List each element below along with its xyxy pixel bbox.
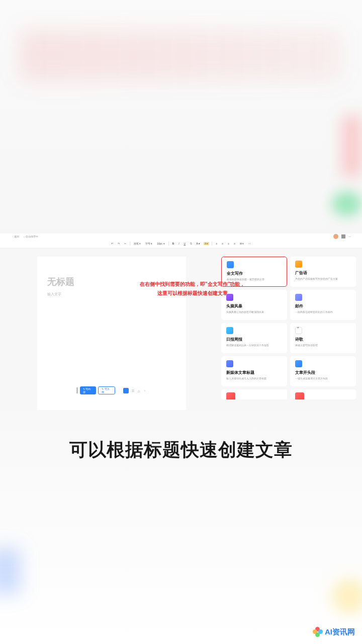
template-desc: 头脑风暴让你的创意不断涌现出来: [226, 310, 282, 314]
template-desc: 输入关键词生成引人入胜的文章标题: [226, 377, 282, 380]
template-icon: [226, 360, 233, 367]
template-card-7[interactable]: 文章开头段 一键生成该篇博文文章开头段: [290, 356, 356, 386]
top-bar: 〈 返回 ⌂ 自动保存中 —: [0, 233, 362, 239]
template-card-1[interactable]: 广告语 为您的产品或服务写作创意的广告文案: [290, 257, 356, 287]
align-left-button[interactable]: ≡: [215, 242, 218, 245]
avatar[interactable]: [333, 234, 338, 239]
font-select[interactable]: 字号 ▾: [144, 242, 153, 245]
template-title: 文章开头段: [295, 370, 351, 375]
template-card-3[interactable]: 邮件 一段商务信函帮您简化的工作邮件: [290, 290, 356, 320]
template-icon: [295, 294, 302, 301]
main-area: 无标题 输入文字 ✎ 写内容 ✎ 写大纲 ☰ △ › 在右侧中找到需要的功能，即…: [0, 249, 362, 411]
italic-button[interactable]: I: [177, 242, 180, 245]
option-1-button[interactable]: ☰: [131, 388, 135, 392]
toolbar: ↶ ↷ ✂ 画笔 ▾ 字号 ▾ 16px ▾ B I U S A ▾ A ▾ ≡…: [0, 239, 362, 249]
template-desc: 一键生成该篇博文文章开头段: [295, 377, 351, 380]
write-outline-button[interactable]: ✎ 写大纲: [98, 386, 115, 394]
video-caption: 可以根据标题快速创建文章: [0, 438, 362, 462]
strike-button[interactable]: S: [189, 242, 193, 245]
template-desc: 为您的产品或服务写作创意的广告文案: [295, 277, 351, 281]
template-title: 邮件: [295, 303, 351, 309]
template-card-partial[interactable]: [221, 389, 287, 399]
template-icon: [226, 327, 233, 334]
option-2-button[interactable]: △: [137, 388, 141, 392]
template-title: 全文写作: [227, 271, 282, 276]
template-title: 诗歌: [295, 337, 351, 342]
template-icon: [227, 261, 234, 268]
bold-button[interactable]: B: [171, 242, 175, 245]
template-icon: [295, 392, 304, 399]
template-title: 头脑风暴: [226, 303, 282, 309]
template-title: 日报周报: [226, 337, 282, 342]
tutorial-annotation: 在右侧中找到需要的功能，即"全文写作"功能， 这里可以根据标题快速创建文章: [140, 280, 245, 298]
template-icon: [295, 261, 302, 268]
write-content-button[interactable]: ✎ 写内容: [80, 386, 96, 394]
doc-action-bar: ✎ 写内容 ✎ 写大纲 ☰ △ ›: [74, 385, 149, 396]
template-icon: [295, 327, 302, 334]
paragraph-select[interactable]: 画笔 ▾: [133, 242, 142, 245]
template-card-partial[interactable]: [290, 389, 356, 399]
format-paint-icon[interactable]: ✂: [123, 242, 127, 245]
table-button[interactable]: ⊞ ▾: [239, 242, 245, 245]
undo-button[interactable]: ↶: [110, 242, 114, 245]
more-button[interactable]: ⋯: [247, 242, 252, 245]
template-title: 新媒体文章标题: [226, 370, 282, 375]
template-card-4[interactable]: 日报周报 精准解读返岗以来一分钟实拍工作报告: [221, 323, 287, 353]
size-select[interactable]: 16px ▾: [156, 242, 165, 245]
app-screenshot: 〈 返回 ⌂ 自动保存中 — ↶ ↷ ✂ 画笔 ▾ 字号 ▾ 16px ▾ B …: [0, 233, 362, 411]
template-icon: [295, 360, 302, 367]
autosave-status: ⌂ 自动保存中: [23, 235, 38, 238]
template-desc: 精准解读返岗以来一分钟实拍工作报告: [226, 344, 282, 347]
minimize-icon[interactable]: —: [348, 235, 351, 238]
template-card-6[interactable]: 新媒体文章标题 输入关键词生成引人入胜的文章标题: [221, 356, 287, 386]
apps-icon[interactable]: [341, 234, 345, 238]
list-button[interactable]: ≡: [221, 242, 224, 245]
next-button[interactable]: ›: [143, 388, 147, 392]
back-link[interactable]: 〈 返回: [11, 235, 19, 238]
drag-handle-icon[interactable]: [76, 387, 78, 393]
template-card-5[interactable]: 诗歌 来做主题写段诗歌吧: [290, 323, 356, 353]
text-color-button[interactable]: A ▾: [196, 242, 201, 245]
template-icon: [226, 392, 235, 399]
indent-button[interactable]: ≡: [233, 242, 236, 245]
template-desc: 来做主题写段诗歌吧: [295, 344, 351, 347]
watermark: AI资讯网: [313, 627, 355, 637]
template-desc: 一段商务信函帮您简化的工作邮件: [295, 310, 351, 314]
underline-button[interactable]: U: [183, 242, 187, 245]
redo-button[interactable]: ↷: [117, 242, 121, 245]
template-title: 广告语: [295, 270, 351, 276]
watermark-logo-icon: [313, 627, 323, 637]
templates-panel: 全文写作 根据标题快速创建一篇完整的文章 广告语 为您的产品或服务写作创意的广告…: [216, 249, 362, 411]
ordered-list-button[interactable]: ≡: [227, 242, 230, 245]
ai-button[interactable]: [123, 388, 129, 393]
highlight-button[interactable]: A ▾: [204, 242, 209, 245]
